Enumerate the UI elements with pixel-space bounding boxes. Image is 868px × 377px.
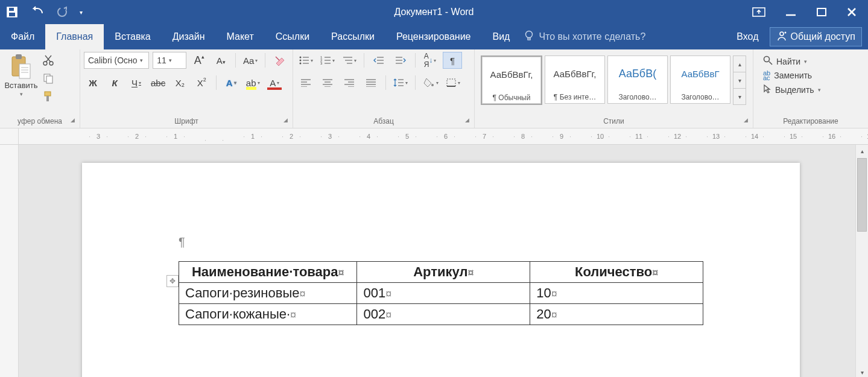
svg-point-12 — [780, 32, 784, 36]
paragraph-launcher[interactable]: ◢ — [462, 116, 472, 125]
cut-button[interactable] — [42, 54, 54, 66]
align-left-button[interactable] — [297, 75, 315, 90]
decrease-indent-button[interactable] — [370, 52, 388, 68]
tab-view[interactable]: Вид — [481, 24, 521, 49]
table-header-cell[interactable]: Наименование·товара¤ — [179, 262, 357, 283]
change-case-button[interactable]: Aa — [241, 52, 259, 68]
style-heading2[interactable]: АаБбВвГ Заголово… — [670, 55, 730, 104]
sign-in-link[interactable]: Вход — [729, 31, 765, 42]
shrink-font-button[interactable]: A▾ — [212, 52, 230, 68]
font-name-combo[interactable]: Calibri (Осно▾ — [84, 52, 149, 69]
align-center-button[interactable] — [318, 75, 337, 90]
tab-references[interactable]: Ссылки — [265, 24, 320, 49]
tell-me-search[interactable]: Что вы хотите сделать? — [524, 24, 645, 49]
ruler-horizontal[interactable]: 3211234567891011121314151617 — [19, 128, 868, 144]
style-name: ¶ Без инте… — [553, 91, 597, 103]
table-cell[interactable]: Сапоги·кожаные·¤ — [179, 304, 357, 325]
ribbon-body: Вставить ▾ уфер обмена ◢ — [0, 49, 868, 128]
numbering-button[interactable]: 123 — [318, 52, 337, 68]
ribbon-display-options-icon[interactable] — [752, 7, 765, 17]
table-cell[interactable]: 10¤ — [530, 283, 703, 304]
tab-insert[interactable]: Вставка — [104, 24, 161, 49]
paste-button[interactable]: Вставить ▾ — [4, 52, 39, 97]
multilevel-list-button[interactable] — [340, 52, 358, 68]
tab-design[interactable]: Дизайн — [162, 24, 216, 49]
ruler-vertical[interactable] — [0, 145, 19, 377]
save-icon[interactable] — [6, 6, 18, 18]
strikethrough-button[interactable]: abc — [149, 75, 167, 90]
qat-customize-icon[interactable]: ▾ — [80, 9, 83, 16]
superscript-button[interactable]: X2 — [192, 75, 211, 90]
gallery-more-icon[interactable]: ▾ — [733, 89, 746, 104]
tab-file[interactable]: Файл — [0, 24, 45, 49]
undo-icon[interactable] — [29, 6, 45, 18]
style-name: Заголово… — [617, 91, 657, 103]
increase-indent-button[interactable] — [391, 52, 410, 68]
clear-formatting-button[interactable] — [271, 52, 289, 68]
vertical-scrollbar[interactable]: ▴ ▾ — [855, 145, 868, 377]
table-cell[interactable]: 002¤ — [357, 304, 530, 325]
table-cell[interactable]: Сапоги·резиновые¤ — [179, 283, 357, 304]
redo-icon[interactable] — [55, 6, 69, 18]
styles-launcher[interactable]: ◢ — [741, 116, 750, 125]
line-spacing-button[interactable] — [391, 75, 410, 90]
scroll-up-icon[interactable]: ▴ — [856, 145, 868, 157]
close-icon[interactable] — [846, 7, 857, 17]
svg-line-73 — [769, 62, 772, 65]
document-canvas[interactable]: ¶ ✥ Наименование·товара¤ Артикул¤ Количе… — [19, 145, 855, 377]
style-heading1[interactable]: АаБбВ( Заголово… — [607, 55, 668, 104]
find-label: Найти — [776, 57, 800, 66]
minimize-icon[interactable] — [785, 7, 797, 17]
share-button[interactable]: Общий доступ — [770, 27, 863, 46]
table-cell[interactable]: 20¤ — [530, 304, 703, 325]
tab-mailings[interactable]: Рассылки — [320, 24, 385, 49]
shading-button[interactable] — [421, 75, 440, 90]
tab-home[interactable]: Главная — [45, 24, 104, 49]
paragraph[interactable]: ¶ — [179, 235, 703, 249]
table-row[interactable]: Сапоги·резиновые¤ 001¤ 10¤ — [179, 283, 703, 304]
italic-button[interactable]: К — [106, 75, 124, 90]
align-right-button[interactable] — [340, 75, 358, 90]
show-marks-button[interactable]: ¶ — [443, 52, 462, 69]
highlight-button[interactable]: ab — [244, 75, 262, 90]
tab-layout[interactable]: Макет — [216, 24, 265, 49]
text-effects-button[interactable]: A — [222, 75, 240, 90]
document-table[interactable]: Наименование·товара¤ Артикул¤ Количество… — [179, 261, 703, 325]
style-normal[interactable]: АаБбВвГг, ¶ Обычный — [481, 55, 542, 105]
page[interactable]: ¶ ✥ Наименование·товара¤ Артикул¤ Количе… — [82, 163, 800, 377]
find-button[interactable]: Найти ▾ — [763, 55, 821, 67]
format-painter-button[interactable] — [42, 90, 54, 103]
subscript-button[interactable]: X2 — [171, 75, 189, 90]
sort-button[interactable]: АЯ↓ — [421, 52, 439, 68]
svg-rect-25 — [46, 76, 52, 83]
grow-font-button[interactable]: A▴ — [190, 52, 208, 68]
maximize-icon[interactable] — [816, 7, 827, 17]
copy-button[interactable] — [42, 72, 54, 84]
gallery-up-icon[interactable]: ▴ — [733, 56, 746, 72]
table-header-cell[interactable]: Артикул¤ — [357, 262, 530, 283]
borders-button[interactable] — [444, 75, 462, 90]
paste-label: Вставить — [4, 81, 37, 90]
font-launcher[interactable]: ◢ — [280, 116, 290, 125]
font-color-button[interactable]: A — [265, 75, 284, 90]
bold-button[interactable]: Ж — [84, 75, 102, 90]
replace-button[interactable]: abac Заменить — [763, 71, 821, 80]
table-cell[interactable]: 001¤ — [357, 283, 530, 304]
gallery-down-icon[interactable]: ▾ — [733, 72, 746, 89]
bullets-button[interactable] — [297, 52, 315, 68]
tab-review[interactable]: Рецензирование — [385, 24, 482, 49]
find-icon — [763, 55, 773, 67]
table-row[interactable]: Сапоги·кожаные·¤ 002¤ 20¤ — [179, 304, 703, 325]
table-header-row[interactable]: Наименование·товара¤ Артикул¤ Количество… — [179, 262, 703, 283]
underline-button[interactable]: Ч — [127, 75, 145, 90]
table-header-cell[interactable]: Количество¤ — [530, 262, 703, 283]
font-size-combo[interactable]: 11▾ — [153, 52, 186, 69]
select-button[interactable]: Выделить ▾ — [763, 84, 821, 95]
justify-button[interactable] — [362, 75, 380, 90]
scroll-thumb[interactable] — [857, 158, 867, 232]
scroll-down-icon[interactable]: ▾ — [856, 366, 868, 377]
style-no-spacing[interactable]: АаБбВвГг, ¶ Без инте… — [545, 55, 605, 104]
svg-point-31 — [300, 60, 302, 62]
clipboard-launcher[interactable]: ◢ — [68, 116, 77, 125]
table-move-handle[interactable]: ✥ — [166, 275, 179, 287]
